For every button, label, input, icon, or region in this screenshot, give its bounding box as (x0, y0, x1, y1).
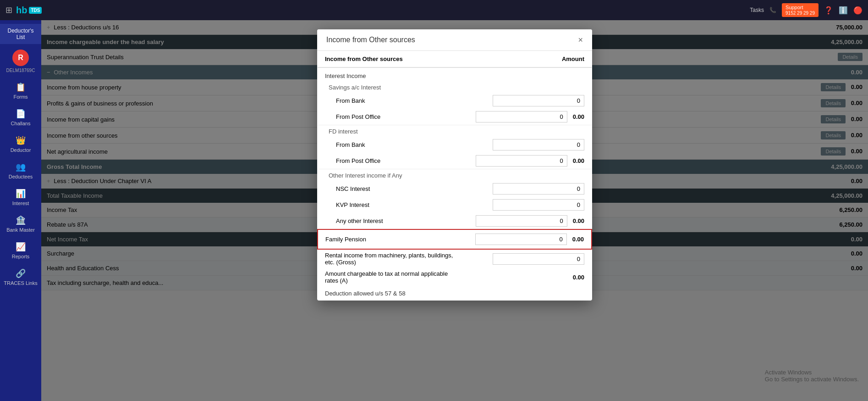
savings-total: 0.00 (573, 113, 584, 120)
bank-master-label: Bank Master (6, 227, 35, 233)
interest-label: Interest (12, 200, 29, 206)
challans-icon: 📄 (16, 109, 26, 119)
subsection-label: Other Interest income if Any (318, 169, 592, 181)
field-label: From Post Office (318, 153, 461, 169)
deductees-icon: 👥 (16, 162, 26, 172)
from-post-office-savings-input[interactable] (476, 111, 567, 123)
sidebar-item-traces[interactable]: 🔗 TRACES Links (0, 265, 41, 290)
field-input-cell: 0.00 (461, 109, 592, 125)
sidebar-item-interest[interactable]: 📊 Interest (0, 185, 41, 210)
topbar-right: Tasks 📞 Support 9152 29 29 29 ❓ ℹ️ 🔴 (750, 3, 863, 17)
family-pension-input[interactable] (475, 234, 567, 245)
modal-row: Any other Interest 0.00 (318, 213, 592, 229)
topbar: ⊞ hb TDS Tasks 📞 Support 9152 29 29 29 ❓… (0, 0, 868, 20)
subsection-label: Savings a/c Interest (318, 81, 592, 93)
field-label: Any other Interest (318, 213, 461, 229)
income-other-sources-modal: Income from Other sources × Income from … (317, 29, 592, 301)
modal-row-amount-chargeable: Amount chargeable to tax at normal appli… (318, 268, 592, 286)
nsc-interest-input[interactable] (493, 183, 584, 195)
col-header-label: Income from Other sources (318, 51, 461, 67)
modal-subsection-other-interest: Other Interest income if Any (318, 169, 592, 181)
modal-backdrop: Income from Other sources × Income from … (41, 20, 868, 401)
field-label: NSC Interest (318, 181, 461, 197)
fd-total: 0.00 (573, 157, 584, 164)
kvp-interest-input[interactable] (493, 199, 584, 211)
from-bank-fd-input[interactable] (493, 139, 584, 150)
field-label: From Bank (318, 137, 461, 153)
sidebar-item-bank-master[interactable]: 🏦 Bank Master (0, 212, 41, 236)
field-label: KVP Interest (318, 197, 461, 213)
avatar: R (12, 50, 29, 66)
user-id: DELM18769C (6, 68, 35, 73)
window-icon[interactable]: 🔴 (853, 6, 863, 15)
field-label: From Bank (318, 93, 461, 109)
col-header-amount: Amount (461, 51, 592, 67)
family-pension-label: Family Pension (318, 229, 461, 249)
sidebar-item-deductors[interactable]: Deductor's List (0, 24, 41, 44)
logo: hb TDS (16, 5, 42, 16)
deductor-icon: 👑 (16, 135, 26, 145)
modal-close-button[interactable]: × (578, 36, 583, 44)
field-input-cell: 0.00 (461, 153, 592, 169)
rental-income-input[interactable] (493, 253, 584, 265)
modal-table: Income from Other sources Amount Interes… (317, 51, 592, 301)
modal-subsection-savings: Savings a/c Interest (318, 81, 592, 93)
section-label: Interest Income (318, 67, 592, 81)
grid-icon[interactable]: ⊞ (5, 5, 12, 15)
field-label: From Post Office (318, 109, 461, 125)
interest-icon: 📊 (16, 189, 26, 199)
tasks-label: Tasks (750, 7, 764, 13)
sidebar-item-forms[interactable]: 📋 Forms (0, 78, 41, 103)
modal-row: From Post Office 0.00 (318, 109, 592, 125)
sidebar-item-deductor[interactable]: 👑 Deductor (0, 132, 41, 156)
sidebar-item-reports[interactable]: 📈 Reports (0, 238, 41, 263)
reports-label: Reports (12, 254, 30, 259)
modal-row: NSC Interest (318, 181, 592, 197)
modal-row: From Bank (318, 137, 592, 153)
rental-income-label: Rental income from machinery, plants, bu… (318, 249, 461, 268)
support-button[interactable]: Support 9152 29 29 29 (782, 3, 819, 17)
deductor-label: Deductor (11, 147, 31, 153)
family-pension-cell: 0.00 (461, 230, 591, 249)
amount-chargeable-label: Amount chargeable to tax at normal appli… (318, 268, 461, 286)
modal-row: KVP Interest (318, 197, 592, 213)
sidebar-avatar-section: R DELM18769C (0, 46, 41, 77)
family-pension-total: 0.00 (572, 236, 584, 243)
phone-icon: 📞 (769, 7, 776, 13)
traces-label: TRACES Links (4, 280, 37, 286)
modal-title: Income from Other sources (326, 36, 415, 44)
bank-master-icon: 🏦 (16, 215, 26, 225)
help-icon[interactable]: ❓ (824, 6, 833, 15)
forms-label: Forms (13, 94, 27, 100)
sidebar-item-challans[interactable]: 📄 Challans (0, 105, 41, 130)
logo-tds: TDS (29, 7, 42, 14)
modal-row-family-pension: Family Pension 0.00 (318, 229, 592, 249)
challans-label: Challans (11, 121, 31, 126)
subsection-label: FD interest (318, 125, 592, 137)
field-input-cell: 0.00 (461, 213, 592, 229)
sidebar-item-deductees[interactable]: 👥 Deductees (0, 158, 41, 183)
amount-chargeable-value: 0.00 (461, 268, 592, 286)
any-other-interest-input[interactable] (476, 215, 567, 227)
modal-subsection-fd: FD interest (318, 125, 592, 137)
info-icon[interactable]: ℹ️ (839, 6, 848, 15)
forms-icon: 📋 (16, 82, 26, 92)
layout: Deductor's List R DELM18769C 📋 Forms 📄 C… (0, 20, 868, 401)
modal-section-interest: Interest Income (318, 67, 592, 81)
modal-row: From Post Office 0.00 (318, 153, 592, 169)
field-input-cell (461, 93, 592, 109)
reports-icon: 📈 (16, 242, 26, 252)
deductees-label: Deductees (9, 174, 33, 179)
sidebar: Deductor's List R DELM18769C 📋 Forms 📄 C… (0, 20, 41, 401)
field-input-cell (461, 137, 592, 153)
other-interest-total: 0.00 (573, 217, 584, 224)
main-content: + Less : Deductions u/s 16 75,000.00 Inc… (41, 20, 868, 401)
field-input-cell (461, 197, 592, 213)
modal-row-deduction: Deduction allowed u/s 57 & 58 (318, 286, 592, 301)
rental-income-cell (461, 249, 592, 268)
modal-body: Income from Other sources Amount Interes… (317, 51, 592, 301)
traces-icon: 🔗 (16, 268, 26, 278)
from-bank-savings-input[interactable] (493, 95, 584, 106)
topbar-left: ⊞ hb TDS (5, 5, 42, 16)
from-post-office-fd-input[interactable] (476, 155, 567, 167)
